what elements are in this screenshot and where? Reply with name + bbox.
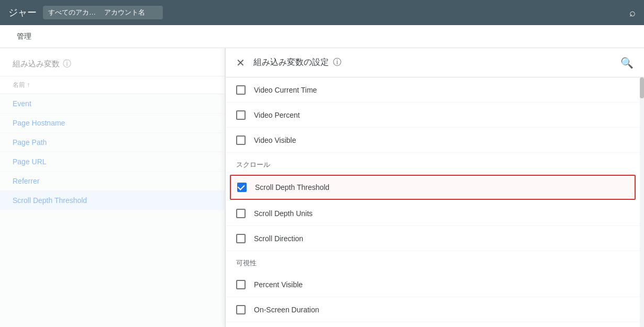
close-button[interactable]: ✕ bbox=[236, 57, 245, 69]
right-panel: ✕ 組み込み変数の設定 ⓘ 🔍 Video Current Time Video… bbox=[225, 48, 644, 327]
top-search-icon[interactable]: ⌕ bbox=[629, 7, 636, 19]
variable-item-event[interactable]: Event bbox=[0, 94, 225, 114]
section-header-scroll: スクロール bbox=[226, 153, 640, 174]
checkbox-scroll-depth-units[interactable] bbox=[236, 209, 246, 218]
panel-search-icon[interactable]: 🔍 bbox=[620, 57, 634, 69]
list-item-scroll-direction: Scroll Direction bbox=[226, 226, 640, 251]
account-name: アカウント名 bbox=[104, 8, 157, 17]
checkbox-video-visible[interactable] bbox=[236, 136, 246, 145]
variable-item-referrer[interactable]: Referrer bbox=[0, 172, 225, 191]
right-panel-header: ✕ 組み込み変数の設定 ⓘ 🔍 bbox=[226, 48, 644, 77]
variable-item-page-path[interactable]: Page Path bbox=[0, 133, 225, 152]
list-item-scroll-depth-threshold: Scroll Depth Threshold bbox=[230, 175, 636, 200]
panel-title-text: 組み込み変数の設定 bbox=[253, 57, 329, 68]
checkbox-scroll-depth-threshold[interactable] bbox=[237, 183, 247, 192]
left-panel-title-text: 組み込み変数 bbox=[13, 59, 60, 69]
left-panel: 組み込み変数 ⓘ 名前 ↑ Event Page Hostname Page P… bbox=[0, 48, 225, 327]
left-panel-title: 組み込み変数 ⓘ bbox=[13, 59, 212, 70]
app-title: ジャー bbox=[8, 6, 37, 19]
variable-item-page-hostname[interactable]: Page Hostname bbox=[0, 114, 225, 133]
right-scrollbar[interactable] bbox=[640, 77, 644, 327]
account-selector[interactable]: すべてのアカウント › アカウント名 bbox=[43, 6, 163, 19]
subnav-item-kanri[interactable]: 管理 bbox=[8, 25, 40, 48]
list-item-on-screen-duration: On-Screen Duration bbox=[226, 297, 640, 322]
checkbox-video-percent[interactable] bbox=[236, 110, 246, 120]
list-item-video-current-time: Video Current Time bbox=[226, 77, 640, 103]
item-label-on-screen-duration: On-Screen Duration bbox=[254, 306, 319, 314]
panel-help-icon[interactable]: ⓘ bbox=[333, 57, 341, 68]
main-layout: 組み込み変数 ⓘ 名前 ↑ Event Page Hostname Page P… bbox=[0, 48, 644, 327]
item-label-scroll-depth-threshold: Scroll Depth Threshold bbox=[255, 183, 329, 191]
variable-list: Event Page Hostname Page Path Page URL R… bbox=[0, 94, 225, 327]
checkbox-on-screen-duration[interactable] bbox=[236, 305, 246, 314]
right-variable-list: Video Current Time Video Percent Video V… bbox=[226, 77, 644, 327]
item-label-scroll-depth-units: Scroll Depth Units bbox=[254, 209, 313, 218]
checkbox-scroll-direction[interactable] bbox=[236, 234, 246, 243]
account-label: すべてのアカウント › bbox=[48, 8, 101, 17]
variable-item-scroll-depth[interactable]: Scroll Depth Threshold bbox=[0, 191, 225, 210]
section-header-visibility: 可視性 bbox=[226, 251, 640, 272]
checkbox-video-current-time[interactable] bbox=[236, 85, 246, 95]
left-help-icon[interactable]: ⓘ bbox=[63, 59, 71, 70]
list-item-video-percent: Video Percent bbox=[226, 103, 640, 128]
list-item-video-visible: Video Visible bbox=[226, 128, 640, 153]
sub-nav: 管理 bbox=[0, 25, 644, 48]
checkbox-percent-visible[interactable] bbox=[236, 280, 246, 289]
column-header-text[interactable]: 名前 ↑ bbox=[13, 81, 30, 89]
item-label-scroll-direction: Scroll Direction bbox=[254, 234, 303, 243]
item-label-video-percent: Video Percent bbox=[254, 111, 300, 119]
top-bar: ジャー すべてのアカウント › アカウント名 ⌕ bbox=[0, 0, 644, 25]
item-label-percent-visible: Percent Visible bbox=[254, 280, 303, 289]
right-scrollbar-thumb[interactable] bbox=[640, 77, 644, 98]
panel-title: 組み込み変数の設定 ⓘ bbox=[253, 57, 620, 68]
left-panel-header: 組み込み変数 ⓘ bbox=[0, 48, 225, 76]
list-item-percent-visible: Percent Visible bbox=[226, 272, 640, 297]
list-item-scroll-depth-units: Scroll Depth Units bbox=[226, 201, 640, 226]
item-label-video-current-time: Video Current Time bbox=[254, 86, 317, 94]
variable-item-page-url[interactable]: Page URL bbox=[0, 152, 225, 172]
item-label-video-visible: Video Visible bbox=[254, 136, 296, 144]
column-header: 名前 ↑ bbox=[0, 76, 225, 94]
